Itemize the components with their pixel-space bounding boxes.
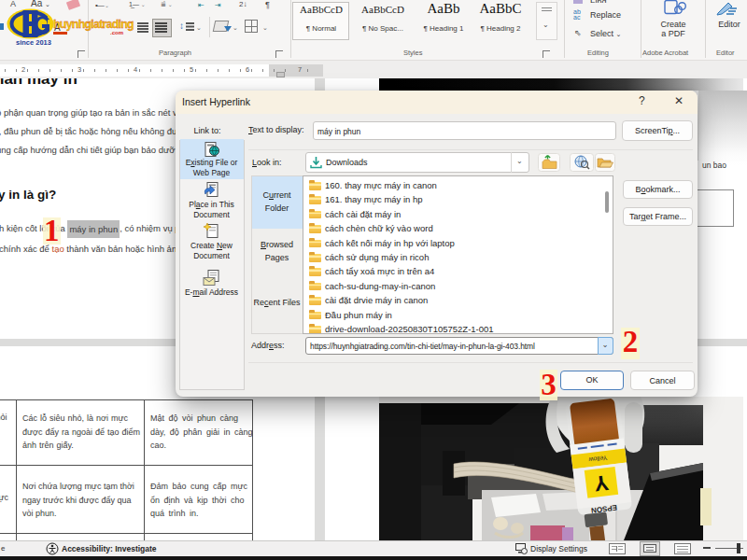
svg-text:since 2013: since 2013 — [16, 38, 51, 47]
svg-text:.com: .com — [110, 30, 123, 35]
svg-text:Y: Y — [593, 470, 610, 497]
